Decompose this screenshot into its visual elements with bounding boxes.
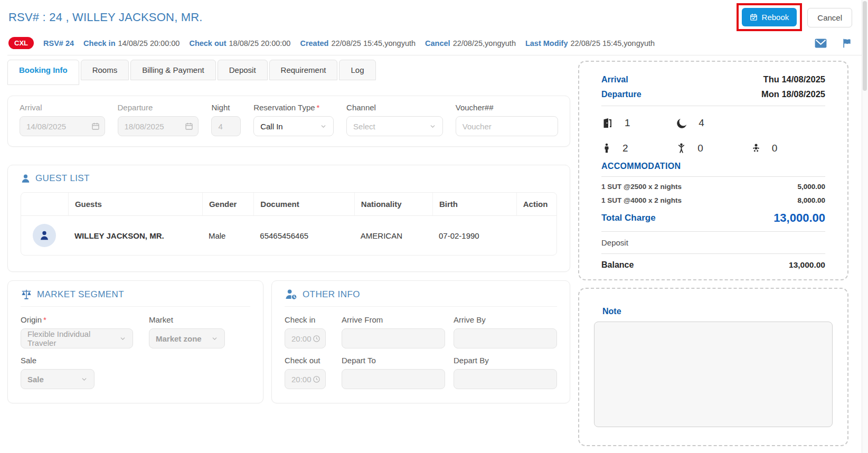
night-field: Night xyxy=(211,103,241,136)
required-asterisk: * xyxy=(317,103,320,112)
deposit-label: Deposit xyxy=(601,238,628,247)
scrollbar-thumb[interactable] xyxy=(863,1,867,91)
child-icon xyxy=(676,142,687,154)
guest-name-cell: WILLEY JACKSON, MR. xyxy=(68,216,202,255)
page-header: RSV# : 24 , WILLEY JACKSON, MR. Rebook C… xyxy=(7,0,868,34)
origin-label: Origin* xyxy=(21,315,133,324)
guest-birth-cell: 07-02-1990 xyxy=(432,216,516,255)
tab-booking-info[interactable]: Booking Info xyxy=(7,60,79,85)
reservation-type-value: Call In xyxy=(260,122,283,131)
summary-departure-label: Departure xyxy=(601,90,641,99)
note-panel: Note xyxy=(578,288,848,446)
market-select: Market zone xyxy=(149,328,225,348)
depart-by-field: Depart By xyxy=(454,356,557,389)
tab-rooms[interactable]: Rooms xyxy=(81,60,129,80)
nights-count-value: 4 xyxy=(699,117,704,129)
calendar-check-icon xyxy=(750,13,758,21)
tab-deposit[interactable]: Deposit xyxy=(218,60,268,80)
chevron-down-icon xyxy=(81,376,88,383)
reservation-type-label: Reservation Type* xyxy=(253,103,334,112)
envelope-icon[interactable] xyxy=(815,39,827,48)
total-charge-row: Total Charge 13,000.00 xyxy=(601,211,825,225)
origin-select: Flexible Individual Traveler xyxy=(21,328,133,348)
status-cancel-value: 22/08/25,yongyuth xyxy=(453,39,516,48)
col-guests: Guests xyxy=(68,193,202,216)
depart-to-input xyxy=(342,369,445,389)
status-created-value: 22/08/25 15:45,yongyuth xyxy=(331,39,416,48)
guest-avatar xyxy=(33,224,56,247)
guest-nationality-cell: AMERICAN xyxy=(354,216,432,255)
tab-billing-payment[interactable]: Billing & Payment xyxy=(130,60,216,80)
depart-by-label: Depart By xyxy=(454,356,557,365)
channel-field: Channel Select xyxy=(346,103,443,136)
col-document: Document xyxy=(253,193,354,216)
tab-bar: Booking Info Rooms Billing & Payment Dep… xyxy=(7,60,570,85)
status-checkout: Check out 18/08/25 20:00:00 xyxy=(189,39,290,48)
arrive-by-field: Arrive By xyxy=(454,315,557,348)
col-nationality: Nationality xyxy=(354,193,432,216)
checkout-time-label: Check out xyxy=(285,356,333,365)
tab-requirement[interactable]: Requirement xyxy=(269,60,338,80)
main-area: Booking Info Rooms Billing & Payment Dep… xyxy=(7,60,868,446)
market-segment-title: MARKET SEGMENT xyxy=(37,289,124,300)
accommodation-title: ACCOMMODATION xyxy=(601,162,825,177)
rooms-count: 1 xyxy=(601,117,676,129)
rebook-button[interactable]: Rebook xyxy=(742,8,797,26)
status-bar-icons xyxy=(815,38,852,49)
adults-count: 2 xyxy=(601,142,676,154)
moon-icon xyxy=(676,117,688,129)
depart-to-label: Depart To xyxy=(342,356,445,365)
guest-list-header: GUEST LIST xyxy=(21,173,557,190)
status-badge-cxl: CXL xyxy=(8,37,34,49)
arrive-by-label: Arrive By xyxy=(454,315,557,324)
guest-list-panel: GUEST LIST Guests Gender Document Nation… xyxy=(7,165,570,272)
night-input xyxy=(211,116,241,136)
rooms-count-value: 1 xyxy=(625,117,630,129)
charge-row: 1 SUT @4000 x 2 nights 8,000.00 xyxy=(601,196,825,204)
summary-arrival-row: Arrival Thu 14/08/2025 xyxy=(601,74,825,84)
guest-document-cell: 65465456465 xyxy=(253,216,354,255)
empty-count-slot xyxy=(751,117,825,129)
vertical-scrollbar[interactable] xyxy=(862,0,868,453)
charge-row: 1 SUT @2500 x 2 nights 5,000.00 xyxy=(601,183,825,191)
summary-departure-row: Departure Mon 18/08/2025 xyxy=(601,89,825,99)
departure-label: Departure xyxy=(118,103,199,112)
balance-label: Balance xyxy=(601,260,634,270)
market-label: Market xyxy=(149,315,225,324)
sale-select: Sale xyxy=(21,369,95,389)
booking-dates-panel: Arrival Departure xyxy=(7,96,570,147)
person-icon xyxy=(21,174,31,184)
channel-label: Channel xyxy=(346,103,443,112)
reservation-type-select[interactable]: Call In xyxy=(253,116,334,136)
cancel-button[interactable]: Cancel xyxy=(807,8,852,27)
status-last-modify-value: 22/08/25 15:45,yongyuth xyxy=(571,39,655,48)
market-segment-panel: MARKET SEGMENT Origin* Flexible Individu… xyxy=(7,280,263,403)
sale-field: Sale Sale xyxy=(21,356,95,389)
status-last-modify: Last Modify 22/08/25 15:45,yongyuth xyxy=(525,39,655,48)
reservation-type-field: Reservation Type* Call In xyxy=(253,103,334,136)
balance-value: 13,000.00 xyxy=(789,260,825,270)
divider xyxy=(601,231,825,232)
market-field: Market Market zone xyxy=(149,315,225,348)
header-actions: Rebook Cancel xyxy=(737,3,852,31)
stay-summary-panel: Arrival Thu 14/08/2025 Departure Mon 18/… xyxy=(578,61,848,280)
tab-log[interactable]: Log xyxy=(339,60,375,80)
col-action: Action xyxy=(516,193,556,216)
adults-count-value: 2 xyxy=(622,143,628,154)
sale-label: Sale xyxy=(21,356,95,365)
charge-amount: 8,000.00 xyxy=(797,196,825,204)
status-checkout-label: Check out xyxy=(189,39,226,48)
guest-table-header-row: Guests Gender Document Nationality Birth… xyxy=(21,193,556,216)
voucher-input[interactable] xyxy=(456,116,558,136)
infants-count: 0 xyxy=(751,142,825,154)
flag-icon[interactable] xyxy=(842,38,852,49)
status-created: Created 22/08/25 15:45,yongyuth xyxy=(300,39,416,48)
market-segment-header: MARKET SEGMENT xyxy=(21,289,250,307)
arrive-from-input xyxy=(342,328,445,348)
origin-value: Flexible Individual Traveler xyxy=(27,329,115,347)
summary-arrival-value: Thu 14/08/2025 xyxy=(763,74,825,84)
channel-placeholder: Select xyxy=(353,122,375,131)
chevron-down-icon xyxy=(320,123,327,130)
arrival-field: Arrival xyxy=(20,103,105,136)
channel-select[interactable]: Select xyxy=(346,116,443,136)
